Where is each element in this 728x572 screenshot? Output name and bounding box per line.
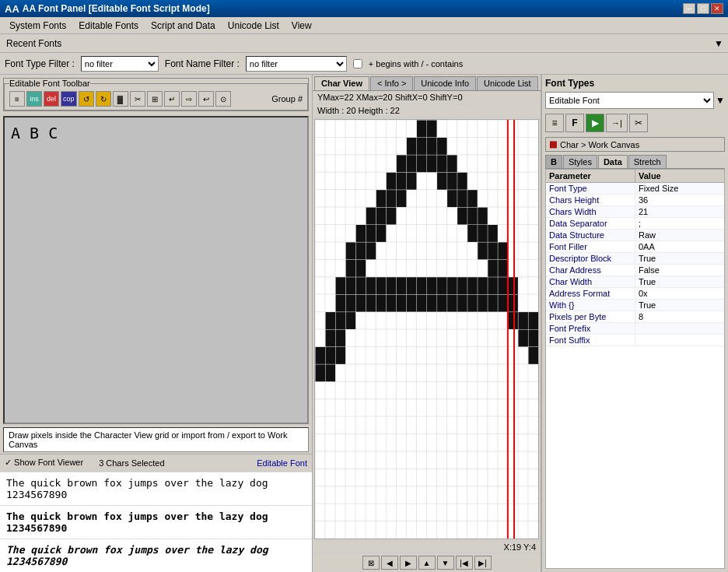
close-button[interactable]: ✕ [711,3,723,14]
text-samples: The quick brown fox jumps over the lazy … [0,471,312,572]
col-parameter: Parameter [546,170,635,182]
tb-cop[interactable]: cop [61,91,77,107]
table-row: Font Filler 0AA [546,241,724,253]
tb-grid[interactable]: ⊞ [147,91,163,107]
tab-char-view[interactable]: Char View [314,76,369,90]
tb-del[interactable]: del [44,91,59,107]
tb-b1[interactable]: ▓ [113,91,128,107]
maximize-button[interactable]: □ [697,3,709,14]
cell-param: Data Structure [546,230,635,240]
table-row: With {} True [546,300,724,311]
canvas-label: ▩ Char > Work Canvas [545,137,725,152]
cell-param: Char Address [546,265,635,275]
table-row: Chars Width 21 [546,206,724,218]
nav-prev-char[interactable]: ◀ [381,556,398,570]
hint-box: Draw pixels inside the Character View gr… [3,427,309,452]
table-row: Char Width True [546,276,724,288]
canvas-label-text: Char > Work Canvas [560,140,639,149]
nav-start[interactable]: |◀ [456,556,473,570]
table-row: Font Prefix [546,323,724,335]
table-body: Font Type Fixed Size Chars Height 36 Cha… [546,183,724,346]
tb-cut[interactable]: ✂ [130,91,145,107]
nav-home[interactable]: ⊠ [362,556,380,570]
title-bar: AA AA Font Panel [Editable Font Script M… [0,0,728,17]
minimize-button[interactable]: ─ [683,3,695,14]
right-tab-data[interactable]: Data [598,155,628,168]
cell-value: True [635,300,724,311]
cell-value: Raw [635,230,724,240]
sample-normal: The quick brown fox jumps over the lazy … [0,472,312,505]
pixel-grid-container[interactable] [314,119,539,539]
recent-fonts-bar: Recent Fonts ▼ [0,34,728,53]
rt-btn-menu[interactable]: ≡ [545,114,564,132]
window-title: AA Font Panel [Editable Font Script Mode… [23,3,210,14]
tab-info[interactable]: < Info > [370,76,413,90]
begins-with-checkbox[interactable] [353,59,362,68]
tb-right[interactable]: ⇨ [181,91,197,107]
cell-value: True [635,276,724,287]
recent-fonts-label: Recent Fonts [3,37,712,51]
font-toolbar-title: Editable Font Toolbar [9,79,90,88]
cell-value: Fixed Size [635,183,724,194]
right-tab-styles[interactable]: Styles [563,155,597,168]
menu-view[interactable]: View [285,19,318,33]
tab-unicode-info[interactable]: Unicode Info [414,76,476,90]
show-viewer[interactable]: ✓ Show Font Viewer [5,458,83,468]
nav-end[interactable]: ▶| [474,556,492,570]
canvas-icon: ▩ [549,139,557,149]
tab-unicode-list[interactable]: Unicode List [477,76,538,90]
font-type-select[interactable]: Editable Font [545,92,714,109]
tb-enter[interactable]: ↵ [164,91,180,107]
title-bar-controls: ─ □ ✕ [683,3,723,14]
tb-redo[interactable]: ↻ [96,91,111,107]
cell-param: With {} [546,300,635,311]
rt-btn-export[interactable]: →| [606,114,628,132]
menu-bar: System Fonts Editable Fonts Script and D… [0,17,728,34]
rt-btn-play[interactable]: ▶ [586,114,604,132]
menu-editable-fonts[interactable]: Editable Fonts [72,19,145,33]
menu-script-data[interactable]: Script and Data [145,19,222,33]
cell-param: Font Filler [546,241,635,252]
cell-param: Pixels per Byte [546,311,635,322]
right-tab-stretch[interactable]: Stretch [628,155,667,168]
tb-extra1[interactable]: ⊙ [215,91,231,107]
tb-back[interactable]: ↩ [198,91,214,107]
char-tabs: Char View < Info > Unicode Info Unicode … [313,75,541,91]
chars-selected: 3 Chars Selected [99,458,164,468]
type-filter-select[interactable]: no filter [81,56,159,72]
nav-up[interactable]: ▲ [418,556,436,570]
cell-value: 8 [635,311,724,322]
rt-btn-scissors[interactable]: ✂ [629,114,648,132]
cell-param: Address Format [546,288,635,299]
menu-unicode-list[interactable]: Unicode List [222,19,285,33]
cell-param: Char Width [546,276,635,287]
nav-down[interactable]: ▼ [437,556,454,570]
cell-value: False [635,265,724,275]
editable-font-status: Editable Font [257,458,307,468]
cell-value: 21 [635,206,724,217]
tb-undo[interactable]: ↺ [79,91,94,107]
tb-hamburger[interactable]: ≡ [9,91,25,107]
right-tab-b[interactable]: B [545,155,562,168]
tb-ins[interactable]: ins [26,91,42,107]
font-type-dropdown-icon: ▼ [716,95,725,106]
table-row: Font Suffix [546,335,724,346]
name-filter-select[interactable]: no filter [246,56,347,72]
table-row: Data Structure Raw [546,230,724,241]
name-filter-label: Font Name Filter : [165,58,240,69]
cell-param: Font Suffix [546,335,635,346]
cell-value: 0AA [635,241,724,252]
app-icon: AA [5,3,19,15]
pixel-canvas[interactable] [315,120,538,539]
cell-param: Data Separator [546,218,635,229]
cell-value: True [635,253,724,264]
cell-param: Font Prefix [546,323,635,334]
menu-system-fonts[interactable]: System Fonts [3,19,72,33]
group-label: Group # [271,94,303,104]
nav-buttons: ⊠ ◀ ▶ ▲ ▼ |◀ ▶| [313,553,541,572]
type-filter-label: Font Type Filter : [5,58,75,69]
recent-fonts-dropdown-icon[interactable]: ▼ [712,37,725,51]
rt-btn-f[interactable]: F [565,114,584,132]
nav-next-char[interactable]: ▶ [400,556,417,570]
hint-text: Draw pixels inside the Character View gr… [9,430,287,449]
